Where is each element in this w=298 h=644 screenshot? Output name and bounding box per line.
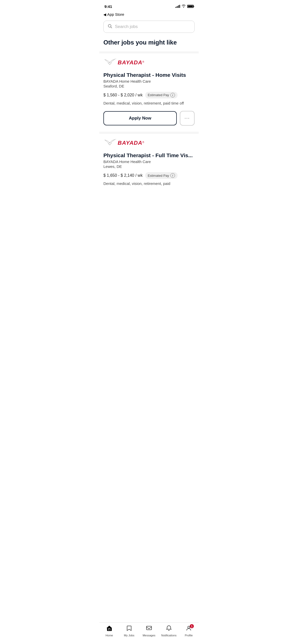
info-icon: i (170, 173, 175, 178)
status-time: 9:41 (104, 4, 112, 9)
wifi-icon (182, 4, 186, 9)
app-store-back[interactable]: ◀ App Store (99, 11, 199, 19)
svg-line-1 (111, 27, 112, 28)
search-icon (108, 24, 112, 30)
back-label: App Store (107, 12, 124, 17)
job-title: Physical Therapist - Full Time Vis... (103, 152, 195, 158)
card-actions: Apply Now ··· (103, 111, 195, 126)
company-name-logo-text: BAYADA (118, 59, 142, 66)
status-bar: 9:41 (99, 0, 199, 11)
search-container: Search jobs (99, 19, 199, 37)
signal-bars-icon (175, 5, 180, 8)
company-logo: BAYADA® (103, 57, 195, 68)
company-full-name: BAYADA Home Health Care (103, 159, 195, 164)
pay-range: $ 1,560 - $ 2,020 / wk (103, 93, 143, 97)
pay-row: $ 1,560 - $ 2,020 / wk Estimated Pay i (103, 92, 195, 98)
job-title: Physical Therapist - Home Visits (103, 72, 195, 78)
status-icons (175, 4, 194, 9)
job-card: BAYADA® Physical Therapist - Home Visits… (99, 51, 199, 132)
bayada-bird-icon (103, 138, 116, 148)
more-options-button[interactable]: ··· (180, 111, 195, 126)
bayada-bird-icon (103, 57, 116, 68)
info-icon: i (170, 93, 175, 97)
estimated-pay-label: Estimated Pay (148, 174, 169, 178)
search-placeholder: Search jobs (115, 24, 138, 29)
benefits-text: Dental, medical, vision, retirement, pai… (103, 181, 195, 186)
battery-icon (187, 5, 194, 8)
job-location: Lewes, DE (103, 164, 195, 169)
pay-row: $ 1,650 - $ 2,140 / wk Estimated Pay i (103, 172, 195, 179)
estimated-pay-badge[interactable]: Estimated Pay i (145, 92, 178, 98)
company-name-logo-text: BAYADA (118, 140, 142, 146)
back-arrow-icon: ◀ (103, 12, 106, 17)
estimated-pay-badge[interactable]: Estimated Pay i (145, 172, 178, 179)
search-bar[interactable]: Search jobs (103, 21, 195, 33)
company-full-name: BAYADA Home Health Care (103, 79, 195, 83)
benefits-text: Dental, medical, vision, retirement, pai… (103, 100, 195, 106)
job-list: BAYADA® Physical Therapist - Home Visits… (99, 51, 199, 223)
estimated-pay-label: Estimated Pay (148, 93, 169, 97)
section-heading: Other jobs you might like (99, 37, 199, 51)
company-logo: BAYADA® (103, 138, 195, 148)
job-card: BAYADA® Physical Therapist - Full Time V… (99, 132, 199, 197)
apply-now-button[interactable]: Apply Now (103, 111, 177, 125)
pay-range: $ 1,650 - $ 2,140 / wk (103, 173, 143, 178)
job-location: Seaford, DE (103, 84, 195, 88)
